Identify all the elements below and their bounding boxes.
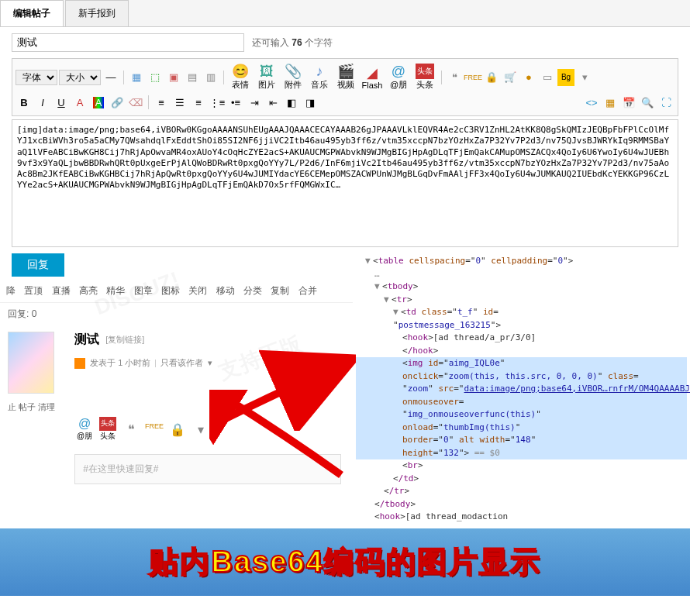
video-button[interactable]: 🎬视频 <box>333 64 358 91</box>
float-left-icon[interactable]: ◧ <box>283 94 300 111</box>
mod-category[interactable]: 分类 <box>243 285 262 296</box>
reply-button[interactable]: 回复 <box>12 253 64 277</box>
view-author-only[interactable]: 只看该作者 <box>160 357 203 369</box>
mod-highlight[interactable]: 高亮 <box>79 285 98 296</box>
note-icon[interactable]: ▭ <box>539 69 556 86</box>
chevron-down-icon[interactable]: ▾ <box>576 69 593 86</box>
post-title-input[interactable] <box>12 33 244 52</box>
font-size-select[interactable]: 大小 <box>59 70 101 85</box>
flash-button[interactable]: ◢Flash <box>360 65 385 90</box>
devtools-selected-element[interactable]: <img id="aimg_IQL0e" <box>356 357 687 370</box>
list-ordered-icon[interactable]: ⋮≡ <box>209 94 226 111</box>
avatar[interactable] <box>8 332 54 394</box>
emoji-button[interactable]: 😊表情 <box>228 64 253 91</box>
font-family-select[interactable]: 字体 <box>16 70 57 85</box>
mod-close[interactable]: 关闭 <box>188 285 207 296</box>
attach-button[interactable]: 📎附件 <box>281 64 305 91</box>
tab-newbie[interactable]: 新手报到 <box>65 0 129 26</box>
eraser-button[interactable]: ⌫ <box>127 94 144 111</box>
cart-icon[interactable]: 🛒 <box>502 69 519 86</box>
mod-copy[interactable]: 复制 <box>271 285 289 296</box>
moderation-bar: 降 置顶 直播 高亮 精华 图章 图标 关闭 移动 分类 复制 合并 <box>0 280 353 302</box>
caption-banner: 贴内Base64编码的图片显示 <box>0 528 690 596</box>
qt-quote[interactable]: ❝ <box>121 422 141 436</box>
mod-sticky[interactable]: 置顶 <box>24 285 43 296</box>
align-right-icon[interactable]: ≡ <box>190 94 207 111</box>
qt-headline[interactable]: 头条头条 <box>98 417 118 442</box>
qt-free[interactable]: FREE <box>144 422 164 436</box>
table-icon[interactable]: ▦ <box>128 69 145 86</box>
editor-toolbar: 字体 大小 — ▦ ⬚ ▣ ▤ ▥ 😊表情 🖼图片 📎附件 ♪音乐 🎬视频 ◢F… <box>12 58 678 116</box>
calendar-icon[interactable]: 📅 <box>620 94 637 111</box>
lock-icon[interactable]: 🔒 <box>483 69 500 86</box>
outdent-icon[interactable]: ⇤ <box>264 94 281 111</box>
image-button[interactable]: 🖼图片 <box>254 64 279 91</box>
tab-bar: 编辑帖子 新手报到 <box>0 0 690 27</box>
mod-digest[interactable]: 精华 <box>106 285 125 296</box>
italic-button[interactable]: I <box>34 94 51 111</box>
grid-icon[interactable]: ▦ <box>602 94 619 111</box>
align-center-icon[interactable]: ☰ <box>171 94 188 111</box>
mod-demote[interactable]: 降 <box>6 285 16 296</box>
bg-color-button[interactable]: A <box>90 94 107 111</box>
char-remaining-hint: 还可输入 76 个字符 <box>252 36 333 50</box>
box-icon[interactable]: ▣ <box>165 69 182 86</box>
annotation-arrow-icon <box>353 338 356 431</box>
audio-button[interactable]: ♪音乐 <box>307 64 332 91</box>
devtools-elements-panel[interactable]: ▼<table cellspacing="0" cellpadding="0">… <box>353 250 690 528</box>
underline-button[interactable]: U <box>53 94 70 111</box>
expand-icon[interactable]: ⛶ <box>657 94 674 111</box>
title-row: 还可输入 76 个字符 <box>0 27 690 58</box>
at-button[interactable]: @@朋 <box>386 64 411 91</box>
coin-icon[interactable]: ● <box>520 69 537 86</box>
mod-live[interactable]: 直播 <box>52 285 71 296</box>
free-badge-icon[interactable]: FREE <box>464 69 481 86</box>
float-right-icon[interactable]: ◨ <box>302 94 319 111</box>
quote-icon[interactable]: ❝ <box>446 69 463 86</box>
bold-button[interactable]: B <box>16 94 33 111</box>
headline-button[interactable]: 头条头条 <box>412 64 437 91</box>
indent-icon[interactable]: ⇥ <box>246 94 263 111</box>
page-icon[interactable]: ▤ <box>184 69 201 86</box>
code-icon[interactable]: <> <box>583 94 600 111</box>
layout-icon[interactable]: ▥ <box>202 69 219 86</box>
free-icon[interactable]: ⬚ <box>147 69 164 86</box>
reply-count: 回复: 0 <box>0 302 353 325</box>
editor-textarea[interactable]: [img]data:image/png;base64,iVBORw0KGgoAA… <box>12 119 678 247</box>
search-icon[interactable]: 🔍 <box>639 94 656 111</box>
copy-link-button[interactable]: [复制链接] <box>105 334 144 346</box>
font-color-button[interactable]: A <box>71 94 88 111</box>
caption-text: 贴内Base64编码的图片显示 <box>149 545 540 578</box>
qt-at[interactable]: @@朋 <box>74 417 95 442</box>
tab-edit-post[interactable]: 编辑帖子 <box>0 0 64 26</box>
mod-merge[interactable]: 合并 <box>298 285 317 296</box>
align-left-icon[interactable]: ≡ <box>153 94 170 111</box>
mod-icon[interactable]: 图标 <box>161 285 180 296</box>
post-title: 测试 <box>74 332 99 348</box>
mod-stamp[interactable]: 图章 <box>134 285 153 296</box>
mod-move[interactable]: 移动 <box>216 285 235 296</box>
hr-icon[interactable]: — <box>102 69 119 86</box>
post-time: 发表于 1 小时前 <box>90 357 150 369</box>
user-ops: 止 帖子 清理 <box>0 400 63 415</box>
bg-icon[interactable]: Bg <box>557 69 574 86</box>
link-button[interactable]: 🔗 <box>109 94 126 111</box>
list-unordered-icon[interactable]: •≡ <box>227 94 244 111</box>
author-badge-icon <box>74 358 85 369</box>
qt-lock[interactable]: 🔒 <box>167 422 188 436</box>
